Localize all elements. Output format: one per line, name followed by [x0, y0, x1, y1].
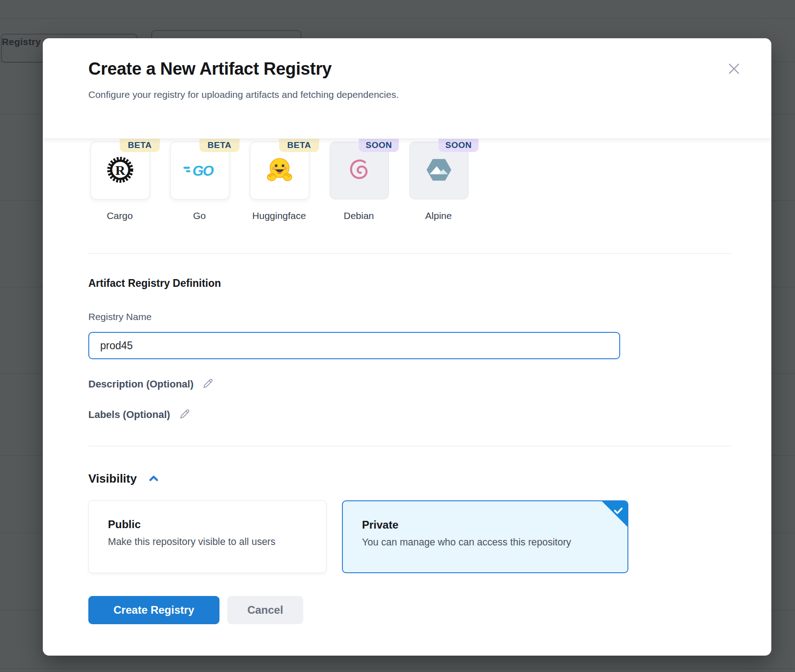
- screen: Registry Create a New Artifact Registry …: [0, 0, 795, 672]
- badge-alpine: SOON: [438, 138, 479, 152]
- package-label-alpine: Alpine: [398, 210, 479, 221]
- definition-heading: Artifact Registry Definition: [88, 277, 221, 290]
- visibility-heading: Visibility: [88, 472, 137, 486]
- cargo-rust-icon: R: [106, 155, 135, 186]
- private-description: You can manage who can access this repos…: [362, 537, 571, 548]
- check-icon: [612, 504, 624, 518]
- public-title: Public: [108, 518, 141, 531]
- pencil-icon: [202, 377, 214, 391]
- debian-icon: [345, 156, 373, 186]
- alpine-icon: [425, 156, 453, 186]
- huggingface-icon: [265, 155, 294, 186]
- go-icon: GO: [183, 160, 217, 182]
- pencil-icon: [178, 408, 191, 422]
- badge-huggingface: BETA: [279, 138, 319, 152]
- visibility-option-private[interactable]: Private You can manage who can access th…: [342, 500, 628, 573]
- badge-debian: SOON: [359, 138, 399, 152]
- close-icon: [726, 61, 742, 78]
- close-button[interactable]: [726, 61, 742, 77]
- package-label-cargo: Cargo: [79, 210, 160, 221]
- public-description: Make this repository visible to all user…: [108, 536, 275, 548]
- registry-name-label: Registry Name: [88, 311, 152, 322]
- svg-text:GO: GO: [193, 163, 214, 179]
- badge-go: BETA: [199, 138, 240, 152]
- labels-optional-label: Labels (Optional): [88, 409, 170, 421]
- modal-header: Create a New Artifact Registry Configure…: [43, 38, 771, 139]
- svg-text:R: R: [115, 163, 125, 178]
- create-registry-modal: Create a New Artifact Registry Configure…: [43, 38, 771, 656]
- registry-name-input[interactable]: [88, 332, 620, 359]
- edit-description-button[interactable]: [202, 377, 214, 391]
- badge-cargo: BETA: [120, 138, 160, 152]
- visibility-collapse-button[interactable]: [148, 472, 160, 486]
- package-label-debian: Debian: [318, 210, 399, 221]
- cancel-button[interactable]: Cancel: [227, 596, 303, 624]
- visibility-option-public[interactable]: Public Make this repository visible to a…: [88, 500, 326, 573]
- edit-labels-button[interactable]: [178, 408, 191, 422]
- divider: [88, 253, 731, 254]
- create-registry-button[interactable]: Create Registry: [88, 596, 219, 624]
- bg-topbar-line: [0, 18, 795, 19]
- bg-row-line: [0, 668, 795, 669]
- package-label-go: Go: [159, 210, 240, 221]
- modal-title: Create a New Artifact Registry: [88, 59, 331, 79]
- bg-column-header: Registry: [2, 36, 41, 47]
- modal-subtitle: Configure your registry for uploading ar…: [88, 89, 399, 100]
- description-optional-label: Description (Optional): [88, 378, 194, 390]
- chevron-up-icon: [148, 472, 160, 486]
- package-label-huggingface: Huggingface: [239, 210, 320, 221]
- private-title: Private: [362, 519, 398, 531]
- divider: [88, 446, 731, 446]
